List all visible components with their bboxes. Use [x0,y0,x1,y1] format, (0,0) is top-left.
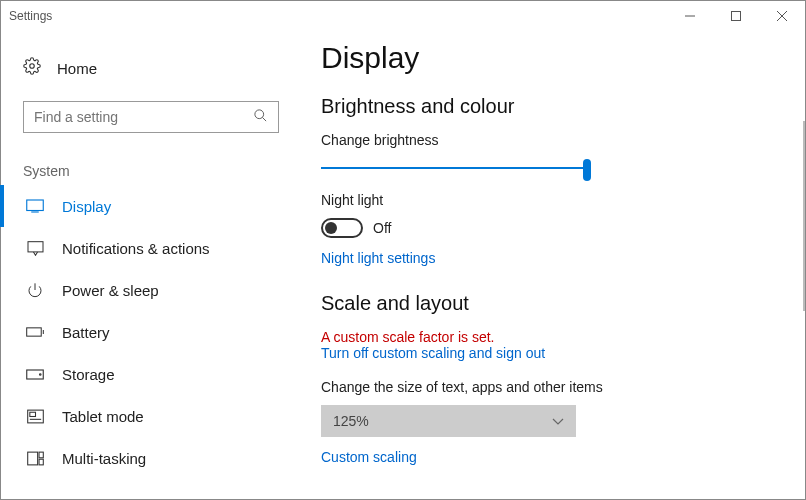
svg-line-6 [262,117,266,121]
svg-rect-1 [732,12,741,21]
left-panel: Home System Display Notifications & acti… [1,31,301,499]
storage-icon [26,369,44,380]
brightness-section-heading: Brightness and colour [321,95,765,118]
page-title: Display [321,41,765,75]
scale-size-label: Change the size of text, apps and other … [321,379,765,395]
brightness-slider[interactable] [321,158,591,178]
notifications-icon [26,241,44,256]
nav-multitask[interactable]: Multi-tasking [0,437,301,479]
nightlight-state: Off [373,220,391,236]
scale-dropdown[interactable]: 125% [321,405,576,437]
svg-point-4 [30,64,35,69]
minimize-button[interactable] [667,1,713,31]
nav-display[interactable]: Display [0,185,301,227]
brightness-label: Change brightness [321,132,765,148]
tablet-icon [26,409,44,424]
slider-track [321,167,591,169]
multitask-icon [26,451,44,466]
nav-label: Notifications & actions [62,240,210,257]
nav-label: Tablet mode [62,408,144,425]
window-title: Settings [9,9,52,23]
nav-label: Power & sleep [62,282,159,299]
nav-label: Storage [62,366,115,383]
power-icon [26,282,44,298]
nightlight-label: Night light [321,192,765,208]
nav-notifications[interactable]: Notifications & actions [0,227,301,269]
gear-icon [23,57,41,79]
nav-power[interactable]: Power & sleep [0,269,301,311]
custom-scaling-link[interactable]: Custom scaling [321,449,765,465]
titlebar: Settings [1,1,805,31]
svg-point-5 [255,109,264,118]
slider-thumb[interactable] [583,159,591,181]
search-input[interactable] [34,109,253,125]
scrollbar[interactable] [803,121,805,311]
svg-rect-18 [27,452,37,465]
toggle-knob [325,222,337,234]
maximize-button[interactable] [713,1,759,31]
nav-label: Multi-tasking [62,450,146,467]
svg-rect-7 [27,200,44,211]
battery-icon [26,326,44,338]
nav-battery[interactable]: Battery [0,311,301,353]
nightlight-toggle[interactable] [321,218,363,238]
scale-dropdown-value: 125% [333,413,369,429]
main-content: Display Brightness and colour Change bri… [301,31,805,499]
chevron-down-icon [552,413,564,429]
window-controls [667,1,805,31]
svg-rect-20 [39,459,43,465]
home-nav[interactable]: Home [1,53,301,95]
system-section-label: System [1,133,301,185]
nightlight-settings-link[interactable]: Night light settings [321,250,765,266]
search-icon [253,108,268,127]
nav-label: Display [62,198,111,215]
nav-label: Battery [62,324,110,341]
close-button[interactable] [759,1,805,31]
svg-point-14 [40,373,42,375]
svg-rect-16 [29,412,35,416]
home-label: Home [57,60,97,77]
search-box[interactable] [23,101,279,133]
svg-rect-19 [39,452,43,458]
nav-tablet[interactable]: Tablet mode [0,395,301,437]
system-nav: Display Notifications & actions Power & … [1,185,301,479]
scale-section-heading: Scale and layout [321,292,765,315]
svg-rect-11 [27,328,42,336]
scale-warning-text: A custom scale factor is set. [321,329,765,345]
svg-rect-9 [28,241,43,251]
display-icon [26,199,44,213]
nav-storage[interactable]: Storage [0,353,301,395]
scale-warning-link[interactable]: Turn off custom scaling and sign out [321,345,765,361]
